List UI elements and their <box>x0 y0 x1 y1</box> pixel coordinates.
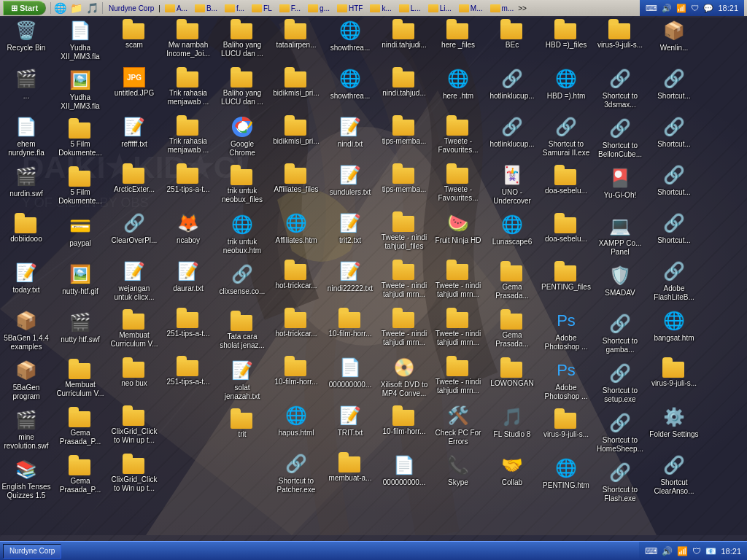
icon-clixsense[interactable]: 🔗 clixsense.co... <box>216 260 268 306</box>
icon-10film-1[interactable]: 10-film-horr... <box>270 353 322 400</box>
icon-tweete-nindi-mrn-2[interactable]: Tweete - nindi tahjudi mrn... <box>378 305 430 351</box>
icon-tweete-fav-1[interactable]: Tweete - Favourites... <box>432 112 484 159</box>
icon-showthrea-1[interactable]: 🌐 showthrea... <box>324 16 376 63</box>
quick-launch-ie[interactable]: 🌐 <box>53 1 67 15</box>
tray-bottom-5[interactable]: 📧 <box>705 546 716 556</box>
icon-bidikmisi-1[interactable]: bidikmisi_pri... <box>270 64 322 111</box>
icon-5film-2[interactable]: 5 Film Dokumente... <box>54 163 107 210</box>
icon-affiliates-files[interactable]: Affiliates_files <box>270 160 322 207</box>
quick-launch-folder[interactable]: 📁 <box>69 1 83 15</box>
icon-flash-shortcut[interactable]: 🔗 Shortcut to Flash.exe <box>594 458 646 506</box>
icon-paypal[interactable]: 💳 paypal <box>54 211 107 258</box>
icon-10film-3[interactable]: 10-film-horr... <box>378 402 430 449</box>
icon-gema-1[interactable]: Gema Prasada_P... <box>54 404 107 451</box>
icon-collab[interactable]: 🤝 Collab <box>486 451 538 497</box>
icon-clixgrid-2[interactable]: ClixGrid_Click to Win up t... <box>108 451 160 497</box>
nav-b[interactable]: B... <box>192 4 220 13</box>
icon-nutty-gif[interactable]: 🖼️ nutty-htf.gif <box>54 260 107 306</box>
icon-hbd-files[interactable]: HBD =)_files <box>540 16 592 63</box>
icon-yudha-fla[interactable]: 📄 Yudha XII_MM3.fla <box>54 16 107 64</box>
icon-tweete-fav-2[interactable]: Tweete - Favourites... <box>432 160 484 207</box>
icon-membuat-cv-2[interactable]: Membuat Curriculum V... <box>108 306 160 353</box>
icon-google-chrome[interactable]: Google Chrome <box>216 112 268 160</box>
icon-gema-prasada-1[interactable]: Gema Prasada... <box>486 258 538 305</box>
icon-xampp[interactable]: 💻 XAMPP Co... Panel <box>594 211 646 260</box>
icon-smadav[interactable]: 🛡️ SMADAV <box>594 261 646 308</box>
icon-5bagen-prog[interactable]: 📦 5BaGen program <box>0 356 53 404</box>
nav-fl[interactable]: FL <box>249 4 275 13</box>
icon-nurdin-swf[interactable]: 🎬 nurdin.swf <box>0 162 53 209</box>
icon-affiliates-htm[interactable]: 🌐 Affiliates.htm <box>270 209 322 255</box>
tray-icon-5[interactable]: 💬 <box>703 4 713 13</box>
start-button[interactable]: ⊞ Start <box>3 1 46 15</box>
icon-showthrea-2[interactable]: 🌐 showthrea... <box>324 64 376 111</box>
icon-gamba-shortcut[interactable]: 🔗 Shortcut to gamba... <box>594 309 646 357</box>
icon-recycle-bin[interactable]: 🗑️ Recycle Bin <box>0 16 53 63</box>
tray-icon-3[interactable]: 📶 <box>676 4 686 13</box>
nav-l[interactable]: L... <box>396 4 424 13</box>
icon-hotlink-2[interactable]: 🔗 hotlinklucup... <box>486 112 538 159</box>
icon-trik-rahasia-2[interactable]: Trik rahasia menjawab ... <box>162 112 214 159</box>
icon-tips-memba-2[interactable]: tips-memba... <box>378 160 430 207</box>
icon-hot-trickcar-2[interactable]: hot-trickcar... <box>270 305 322 351</box>
icon-tweete-nindi-mrn-1[interactable]: Tweete - nindi tahjudi mrn... <box>378 257 430 303</box>
icon-tweete-mrn-3[interactable]: Tweete - nindi tahjudi mrn... <box>432 257 484 303</box>
icon-wenlin[interactable]: 📦 Wenlin... <box>648 16 700 63</box>
icon-yudha-fla-2[interactable]: 🖼️ Yudha XII_MM3.fla <box>54 66 107 114</box>
nav-g[interactable]: g... <box>305 4 333 13</box>
icon-arcticext[interactable]: ArcticExter... <box>108 160 160 207</box>
tray-bottom-2[interactable]: 🔊 <box>662 546 673 556</box>
icon-3dsmax-shortcut[interactable]: 🔗 Shortcut to 3dsmax... <box>594 64 646 112</box>
icon-000000-1[interactable]: 📄 000000000... <box>324 353 376 400</box>
icon-mine-swf[interactable]: 🎬 mine revolution.swf <box>0 405 53 454</box>
nav-htf[interactable]: HTF <box>334 4 365 13</box>
icon-gema-prasada-2[interactable]: Gema Prasada... <box>486 306 538 353</box>
icon-membuat-a[interactable]: membuat-a... <box>324 449 376 496</box>
icon-nindi-txt[interactable]: 📝 nindi.txt <box>324 112 376 159</box>
tray-icon-1[interactable]: ⌨ <box>646 4 657 13</box>
tray-bottom-1[interactable]: ⌨ <box>645 546 657 556</box>
icon-nindi22222[interactable]: 📝 nindi22222.txt <box>324 257 376 303</box>
icon-trik-rahasia-1[interactable]: Trik rahasia menjawab ... <box>162 64 214 111</box>
icon-trit-txt[interactable]: 📝 TRIT.txt <box>324 401 376 448</box>
icon-trik-neobux-htm[interactable]: 🌐 trik untuk neobux.htm <box>216 210 268 258</box>
icon-ehem[interactable]: 📄 ehem nurdyne.fla <box>0 112 53 160</box>
icon-solat-jenazah[interactable]: 📝 solat jenazah.txt <box>216 356 268 404</box>
icon-neo-bux[interactable]: neo bux <box>108 354 160 401</box>
nav-li[interactable]: Li... <box>425 4 454 13</box>
icon-tweete-mrn-4[interactable]: Tweete - nindi tahjudi mrn... <box>432 305 484 351</box>
nav-m[interactable]: M... <box>456 4 486 13</box>
icon-samurai-shortcut[interactable]: 🔗 Shortcut to Samurai II.exe <box>540 112 592 160</box>
icon-fruit-ninja[interactable]: 🍉 Fruit Ninja HD <box>432 209 484 255</box>
icon-shortcut-bbc[interactable]: 🔗 Shortcut... <box>648 112 700 159</box>
icon-tweete-mrn-5[interactable]: Tweete - nindi tahjudi mrn... <box>432 353 484 400</box>
nav-a[interactable]: A... <box>162 4 190 13</box>
icon-shortcut-gamba[interactable]: 🔗 Shortcut... <box>648 160 700 207</box>
icon-uno-undercover[interactable]: 🃏 UNO - Undercover <box>486 160 538 209</box>
icon-tataalirpen[interactable]: tataalirpen... <box>270 16 322 63</box>
icon-fl-studio[interactable]: 🎵 FL Studio 8 <box>486 402 538 449</box>
icon-doa-sebelum-1[interactable]: doa-sebelu... <box>540 162 592 209</box>
icon-10film-2[interactable]: 10-film-horr... <box>324 305 376 351</box>
nav-f[interactable]: f... <box>222 4 247 13</box>
icon-virus-9-2[interactable]: virus-9-juli-s... <box>594 16 646 63</box>
icon-lowongan[interactable]: LOWONGAN <box>486 354 538 401</box>
icon-5bagen[interactable]: 📦 5BaGen 1.4.4 examples <box>0 306 53 354</box>
icon-patcher-shortcut[interactable]: 🔗 Shortcut to Patcher.exe <box>270 449 322 497</box>
icon-ncaboy[interactable]: 🦊 ncaboy <box>162 209 214 255</box>
icon-scam[interactable]: scam <box>108 16 160 63</box>
icon-nindi-tahjud-2[interactable]: nindi.tahjud... <box>378 64 430 111</box>
icon-virus-9-juli[interactable]: virus-9-juli-s... <box>540 405 592 452</box>
icon-today-txt[interactable]: 📝 today.txt <box>0 258 53 305</box>
icon-clearanso[interactable]: 🔗 Shortcut ClearAnso... <box>648 451 700 499</box>
icon-hot-trickcar-1[interactable]: hot-trickcar... <box>270 257 322 303</box>
icon-bec[interactable]: BEc <box>486 16 538 63</box>
icon-251-tips-3[interactable]: 251-tips-a-t... <box>162 353 214 400</box>
tray-icon-4[interactable]: 🛡 <box>691 4 699 12</box>
icon-adobe-flashlite[interactable]: 🔗 Adobe FlashLiteB... <box>648 257 700 305</box>
icon-nutty-swf[interactable]: 🎬 nutty htf.swf <box>54 308 107 354</box>
icon-000000-2[interactable]: 📄 000000000... <box>378 451 430 497</box>
icon-251-tips-1[interactable]: 251-tips-a-t... <box>162 160 214 207</box>
icon-adobe-ps-2[interactable]: Ps Adobe Photoshop ... <box>540 356 592 404</box>
nav-nurdyne[interactable]: Nurdyne Corp <box>106 4 157 13</box>
